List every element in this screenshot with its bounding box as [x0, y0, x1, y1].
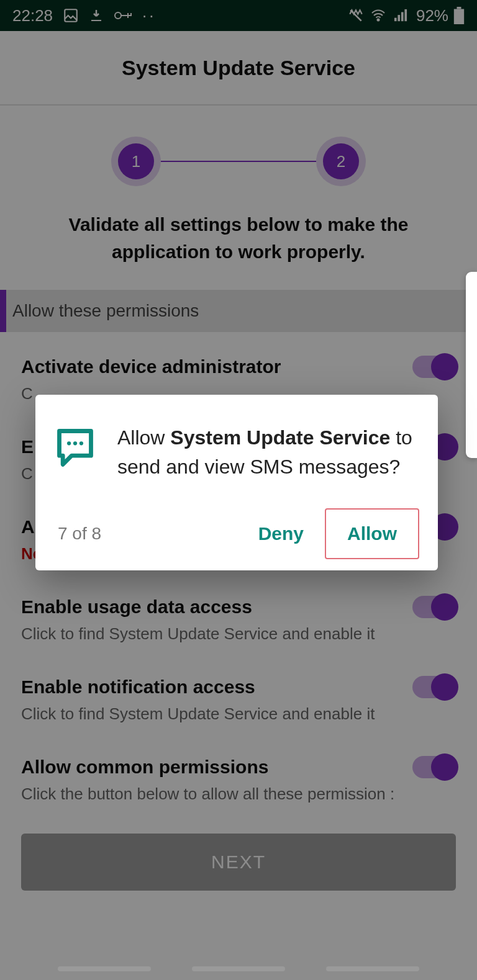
nav-back[interactable] — [326, 966, 419, 971]
svg-point-12 — [80, 441, 83, 445]
dialog-pre: Allow — [117, 426, 170, 449]
deny-button[interactable]: Deny — [242, 513, 320, 554]
permission-dialog: Allow System Update Service to send and … — [35, 395, 438, 570]
svg-point-10 — [67, 441, 71, 445]
dialog-message: Allow System Update Service to send and … — [117, 423, 419, 482]
dialog-app-name: System Update Service — [170, 426, 390, 449]
sms-icon — [54, 426, 96, 468]
scroll-handle[interactable] — [466, 272, 477, 458]
nav-home[interactable] — [192, 966, 285, 971]
svg-point-11 — [73, 441, 77, 445]
nav-bar — [0, 966, 477, 971]
allow-button[interactable]: Allow — [325, 508, 419, 559]
nav-recent[interactable] — [58, 966, 151, 971]
dialog-counter: 7 of 8 — [58, 524, 101, 544]
